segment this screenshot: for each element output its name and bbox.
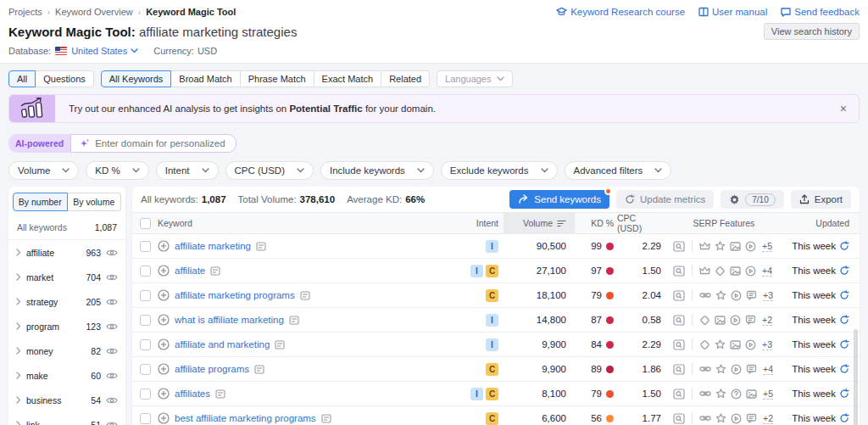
sidebar-item-program[interactable]: program123 (8, 314, 125, 338)
breadcrumb-item[interactable]: Projects (8, 7, 42, 17)
question-icon[interactable] (731, 389, 742, 400)
row-checkbox[interactable] (140, 389, 151, 400)
link-icon[interactable] (699, 290, 711, 301)
keyword-link[interactable]: affiliate and marketing (175, 339, 270, 350)
eye-icon[interactable] (106, 372, 118, 380)
eye-icon[interactable] (106, 298, 118, 306)
serp-card-icon[interactable] (254, 365, 264, 374)
col-cpc[interactable]: CPC (USD) (617, 213, 665, 233)
chat-icon[interactable] (745, 315, 756, 326)
image-icon[interactable] (730, 339, 741, 350)
tab-phrase-match[interactable]: Phrase Match (241, 70, 314, 87)
more-serp-features[interactable]: +3 (763, 290, 773, 301)
diamond-icon[interactable] (715, 266, 726, 277)
eye-icon[interactable] (106, 322, 118, 331)
more-serp-features[interactable]: +2 (763, 413, 773, 424)
domain-input[interactable] (95, 138, 227, 148)
metrics-quota-button[interactable]: 7/10 (721, 190, 783, 209)
chat-icon[interactable] (746, 413, 757, 424)
sidebar-item-strategy[interactable]: strategy205 (8, 289, 125, 314)
tab-all-keywords[interactable]: All Keywords (101, 70, 172, 87)
header-link[interactable]: Keyword Research course (556, 7, 685, 17)
tab-questions[interactable]: Questions (36, 70, 94, 87)
video-icon[interactable] (745, 266, 756, 277)
breadcrumb-item[interactable]: Keyword Overview (55, 7, 133, 17)
toggle-by-volume[interactable]: By volume (68, 193, 122, 211)
refresh-icon[interactable] (839, 339, 849, 350)
more-serp-features[interactable]: +2 (762, 315, 772, 326)
plus-circle-icon[interactable] (158, 240, 170, 252)
filter-kd-[interactable]: KD % (86, 161, 148, 180)
refresh-icon[interactable] (839, 241, 849, 251)
database-select[interactable]: United States (71, 46, 138, 56)
row-checkbox[interactable] (140, 364, 151, 375)
serp-card-icon[interactable] (210, 266, 220, 276)
more-serp-features[interactable]: +3 (762, 339, 772, 350)
sidebar-item-money[interactable]: money82 (8, 338, 125, 363)
eye-icon[interactable] (106, 347, 118, 355)
video-icon[interactable] (745, 241, 756, 252)
keyword-link[interactable]: what is affiliate marketing (175, 315, 284, 325)
serp-preview-icon[interactable] (673, 413, 685, 424)
row-checkbox[interactable] (140, 290, 151, 301)
col-serp-features[interactable]: SERP Features (665, 213, 783, 233)
keyword-link[interactable]: affiliate programs (175, 364, 249, 374)
col-updated[interactable]: Updated (783, 213, 860, 233)
serp-card-icon[interactable] (300, 291, 310, 300)
sidebar-item-business[interactable]: business54 (8, 388, 125, 412)
row-checkbox[interactable] (140, 241, 151, 252)
refresh-icon[interactable] (839, 290, 849, 300)
languages-dropdown[interactable]: Languages (437, 70, 512, 87)
refresh-icon[interactable] (839, 315, 849, 325)
refresh-icon[interactable] (839, 389, 849, 399)
col-kd[interactable]: KD % (575, 213, 617, 233)
header-link[interactable]: User manual (698, 7, 767, 17)
image-icon[interactable] (730, 241, 741, 252)
chat-icon[interactable] (746, 290, 757, 301)
sidebar-item-market[interactable]: market704 (8, 265, 125, 289)
select-all-checkbox[interactable] (140, 218, 151, 229)
eye-icon[interactable] (106, 249, 118, 257)
keyword-link[interactable]: affiliate marketing (175, 241, 251, 251)
star-icon[interactable] (715, 413, 726, 424)
star-icon[interactable] (715, 339, 726, 350)
star-icon[interactable] (715, 364, 726, 375)
col-keyword[interactable]: Keyword (158, 213, 454, 233)
more-serp-features[interactable]: +4 (762, 266, 772, 277)
video-icon[interactable] (731, 413, 742, 424)
filter-volume[interactable]: Volume (8, 161, 79, 180)
crown-icon[interactable] (699, 266, 710, 277)
serp-card-icon[interactable] (215, 389, 225, 399)
update-metrics-button[interactable]: Update metrics (616, 190, 714, 209)
filter-advanced-filters[interactable]: Advanced filters (565, 161, 672, 180)
diamond-icon[interactable] (699, 315, 710, 326)
plus-circle-icon[interactable] (158, 412, 170, 424)
plus-circle-icon[interactable] (158, 388, 170, 400)
serp-card-icon[interactable] (275, 340, 285, 350)
serp-card-icon[interactable] (321, 414, 331, 423)
image-icon[interactable] (730, 266, 741, 277)
star-icon[interactable] (715, 389, 726, 400)
sidebar-item-affiliate[interactable]: affiliate963 (8, 240, 125, 265)
video-icon[interactable] (731, 290, 742, 301)
keyword-link[interactable]: affiliate (175, 266, 205, 276)
more-serp-features[interactable]: +5 (763, 389, 773, 400)
refresh-icon[interactable] (839, 413, 849, 423)
serp-preview-icon[interactable] (673, 389, 685, 400)
filter-cpc-usd-[interactable]: CPC (USD) (225, 161, 314, 180)
eye-icon[interactable] (106, 396, 118, 405)
toggle-by-number[interactable]: By number (13, 193, 68, 211)
tab-broad-match[interactable]: Broad Match (171, 70, 240, 87)
breadcrumb-item[interactable]: Keyword Magic Tool (146, 7, 236, 17)
keyword-link[interactable]: affiliates (175, 389, 210, 399)
image-icon[interactable] (746, 389, 757, 400)
link-icon[interactable] (699, 413, 711, 424)
plus-circle-icon[interactable] (158, 289, 170, 301)
serp-preview-icon[interactable] (673, 290, 685, 301)
image-icon[interactable] (715, 315, 726, 326)
link-icon[interactable] (699, 364, 711, 375)
tab-all[interactable]: All (8, 70, 36, 87)
close-icon[interactable]: × (828, 102, 859, 115)
col-intent[interactable]: Intent (454, 213, 504, 233)
more-serp-features[interactable]: +4 (763, 364, 773, 375)
